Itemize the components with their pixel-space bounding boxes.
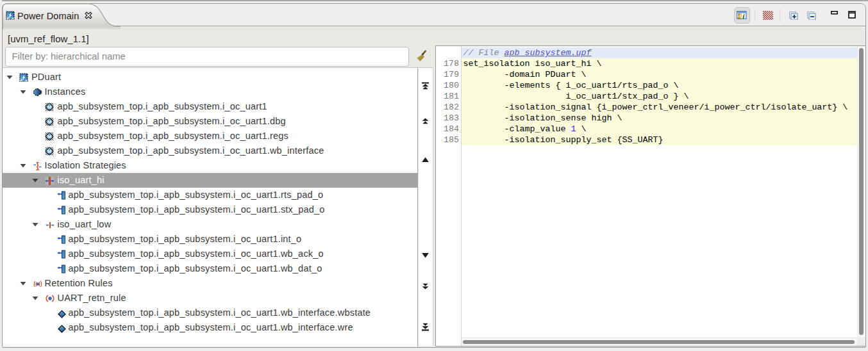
svg-text:M: M — [47, 149, 52, 154]
svg-text:M: M — [47, 104, 52, 110]
svg-text:i: i — [743, 13, 745, 19]
svg-text:M: M — [47, 134, 52, 140]
svg-text:M: M — [47, 119, 52, 125]
